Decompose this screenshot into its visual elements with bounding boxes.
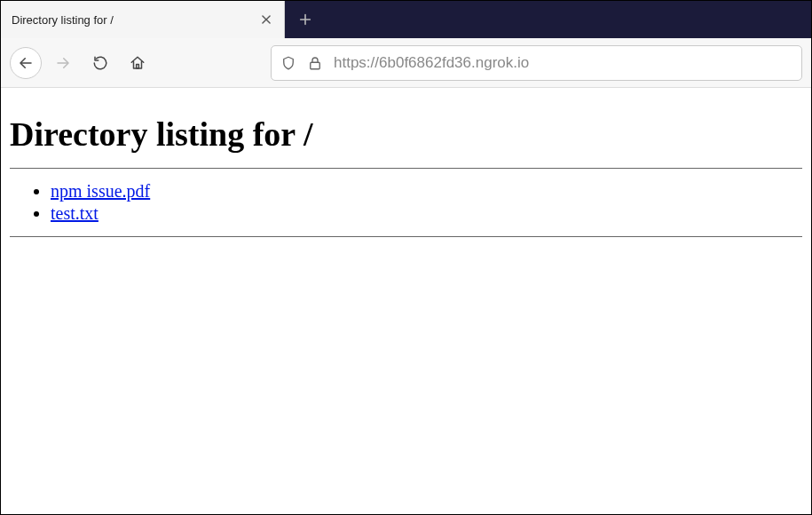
tab-strip: Directory listing for / xyxy=(1,1,811,38)
svg-rect-6 xyxy=(137,64,139,68)
back-button[interactable] xyxy=(10,47,42,79)
close-tab-icon[interactable] xyxy=(257,11,275,28)
nav-toolbar: https://6b0f6862fd36.ngrok.io xyxy=(1,38,811,88)
forward-button[interactable] xyxy=(47,47,79,79)
url-host: 6b0f6862fd36.ngrok.io xyxy=(379,54,529,71)
divider-bottom xyxy=(10,236,802,237)
file-link[interactable]: npm issue.pdf xyxy=(51,181,150,201)
page-viewport: Directory listing for / npm issue.pdftes… xyxy=(1,88,811,514)
file-link[interactable]: test.txt xyxy=(51,203,99,223)
home-button[interactable] xyxy=(122,47,154,79)
lock-icon[interactable] xyxy=(307,55,323,71)
url-protocol: https:// xyxy=(334,54,379,71)
shield-icon[interactable] xyxy=(280,55,296,71)
tabstrip-background xyxy=(326,1,811,38)
reload-button[interactable] xyxy=(84,47,116,79)
list-item: npm issue.pdf xyxy=(51,181,802,202)
url-text[interactable]: https://6b0f6862fd36.ngrok.io xyxy=(334,54,792,72)
url-bar[interactable]: https://6b0f6862fd36.ngrok.io xyxy=(271,45,802,81)
page-title: Directory listing for / xyxy=(10,115,802,154)
list-item: test.txt xyxy=(51,203,802,224)
file-list: npm issue.pdftest.txt xyxy=(10,181,802,224)
new-tab-button[interactable] xyxy=(285,1,326,38)
svg-rect-7 xyxy=(311,62,320,69)
tab-title: Directory listing for / xyxy=(12,13,250,27)
tab-active[interactable]: Directory listing for / xyxy=(1,1,285,38)
divider-top xyxy=(10,168,802,169)
